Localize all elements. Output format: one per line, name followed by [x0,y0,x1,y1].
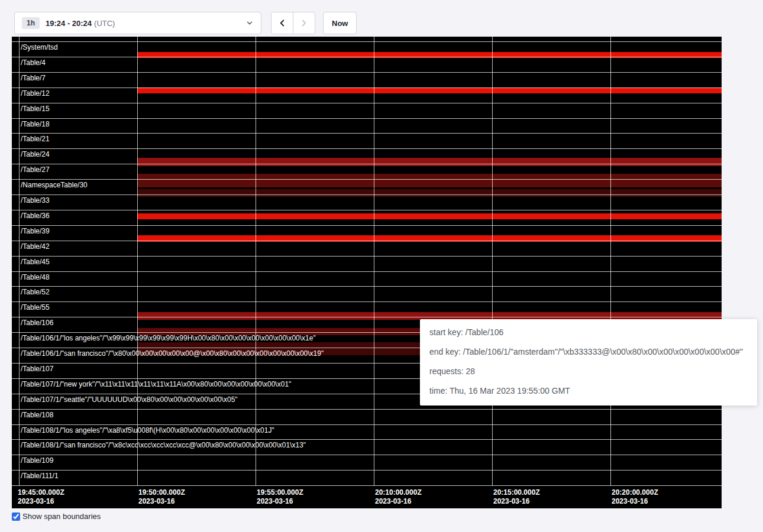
row-key-label: /Table/39 [21,227,50,235]
heat-band [137,174,722,187]
x-axis-time: 19:55:00.000Z [257,488,303,497]
tooltip-time: time: Thu, 16 Mar 2023 19:55:00 GMT [429,386,748,395]
row-key-label: /Table/108 [21,411,53,419]
row-key-label: /Table/55 [21,303,50,312]
span-boundary-line [12,455,722,455]
span-boundary-line [12,179,722,180]
prev-time-button[interactable] [271,12,293,34]
duration-badge: 1h [22,17,40,29]
span-boundary-line [12,271,722,272]
x-axis-label: 20:15:00.000Z2023-03-16 [493,488,540,506]
row-key-label: /Table/107/1/"new york"/"\x11\x11\x11\x1… [21,380,291,388]
span-boundary-line [12,194,722,195]
tooltip-requests: requests: 28 [429,366,748,376]
span-boundary-line [12,103,722,103]
x-axis-time: 20:10:00.000Z [375,488,422,497]
x-axis-time: 20:15:00.000Z [493,488,540,497]
tooltip-start-key: start key: /Table/106 [429,327,748,337]
key-visualizer-canvas[interactable]: /System/tsd/Table/4/Table/7/Table/12/Tab… [12,37,722,508]
x-axis-label: 19:50:00.000Z2023-03-16 [138,488,185,506]
x-axis-time: 19:45:00.000Z [18,488,64,497]
span-boundary-line [12,148,722,149]
time-gridline [137,37,138,486]
span-boundary-line [12,409,722,410]
x-axis-label: 20:20:00.000Z2023-03-16 [612,488,658,506]
row-key-label: /Table/36 [21,212,50,220]
x-axis-time: 20:20:00.000Z [612,488,658,497]
tooltip-end-key: end key: /Table/106/1/"amsterdam"/"\xb33… [429,347,748,356]
span-boundary-line [12,164,722,164]
row-key-label: /NamespaceTable/30 [21,181,88,189]
x-axis-date: 2023-03-16 [138,497,185,506]
row-key-label: /Table/33 [21,196,50,205]
row-key-label: /Table/109 [21,456,53,465]
row-key-label: /Table/106 [21,319,53,327]
time-nav-group [271,12,315,34]
hover-tooltip: start key: /Table/106 end key: /Table/10… [420,319,757,406]
chevron-right-icon [299,18,309,28]
x-axis-date: 2023-03-16 [375,497,422,506]
show-span-boundaries-label: Show span boundaries [22,512,101,521]
span-boundary-line [12,210,722,210]
x-axis-time: 19:50:00.000Z [138,488,185,497]
row-key-label: /Table/7 [21,74,46,82]
time-range-label: 19:24 - 20:24 [46,19,92,28]
row-key-label: /Table/27 [21,166,50,174]
heat-band [137,213,722,219]
time-gridline [19,37,20,486]
heat-band [137,158,722,166]
span-boundary-line [12,225,722,226]
x-axis-label: 19:55:00.000Z2023-03-16 [257,488,303,506]
span-boundary-line [12,470,722,471]
row-key-label: /Table/21 [21,135,50,143]
span-boundary-line [12,57,722,57]
time-gridline [492,37,493,486]
time-gridline [256,37,256,486]
span-boundary-line [12,241,722,241]
span-boundary-line [12,286,722,287]
row-key-label: /Table/45 [21,258,50,266]
span-boundary-line [12,256,722,257]
x-axis-date: 2023-03-16 [493,497,540,506]
span-boundary-line [12,87,722,88]
now-button[interactable]: Now [323,12,357,34]
span-boundary-line [12,133,722,134]
next-time-button[interactable] [293,12,315,34]
chevron-down-icon [245,19,254,27]
span-boundary-line [12,118,722,119]
span-boundary-line [12,41,722,42]
x-axis-label: 19:45:00.000Z2023-03-16 [18,488,64,506]
row-key-label: /Table/107 [21,365,53,373]
show-span-boundaries-checkbox[interactable] [12,512,20,521]
span-boundary-line [12,424,722,425]
row-key-label: /Table/108/1/"san francisco"/"\x8c\xcc\x… [21,441,306,449]
row-key-label: /Table/42 [21,242,50,251]
x-axis-date: 2023-03-16 [257,497,303,506]
time-range-dropdown[interactable]: 1h 19:24 - 20:24 (UTC) [14,12,261,34]
chevron-left-icon [277,18,287,28]
row-key-label: /Table/18 [21,120,50,128]
span-boundary-line [12,301,722,302]
span-boundary-line [12,72,722,73]
heat-band [137,189,722,197]
row-key-label: /Table/111/1 [21,472,59,480]
row-key-label: /Table/48 [21,273,50,281]
row-key-label: /Table/107/1/"seattle"/"UUUUUUD\x00\x80\… [21,395,238,404]
row-key-label: /Table/106/1/"san francisco"/"\x80\x00\x… [21,349,324,358]
span-boundary-line [12,439,722,440]
x-axis-date: 2023-03-16 [18,497,64,506]
x-axis-date: 2023-03-16 [612,497,658,506]
show-span-boundaries-control: Show span boundaries [12,512,101,521]
span-boundary-line [12,485,722,486]
row-key-label: /Table/106/1/"los angeles"/"\x99\x99\x99… [21,334,316,342]
row-key-label: /Table/12 [21,89,50,98]
row-key-label: /Table/108/1/"los angeles"/"\xa8\xf5\u00… [21,426,274,434]
timezone-label: (UTC) [94,19,115,28]
span-boundary-line [12,317,722,317]
row-key-label: /System/tsd [21,43,58,51]
time-gridline [610,37,611,486]
row-key-label: /Table/15 [21,105,50,113]
row-key-label: /Table/24 [21,150,50,158]
heat-band [137,87,722,93]
row-key-label: /Table/4 [21,59,46,67]
